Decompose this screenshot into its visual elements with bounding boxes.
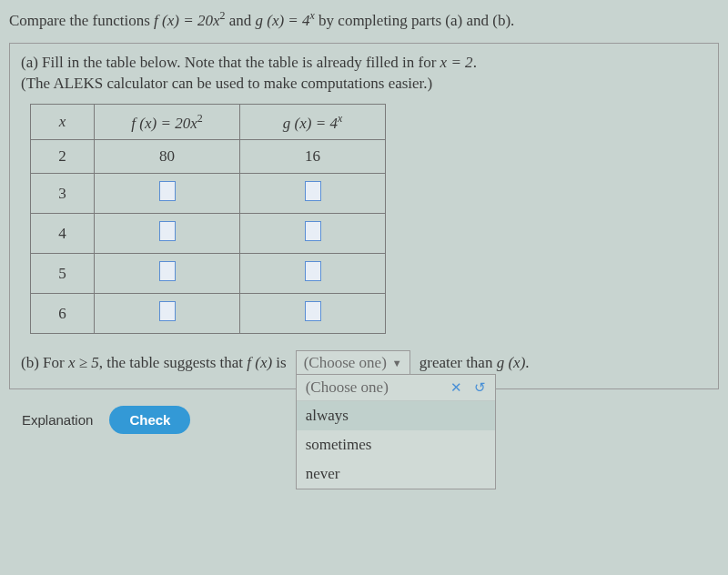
input-g-4[interactable] — [305, 221, 321, 241]
dropdown-option-sometimes[interactable]: sometimes — [297, 430, 495, 459]
dropdown-header-label: (Choose one) — [306, 378, 389, 397]
check-button[interactable]: Check — [109, 406, 190, 434]
part-b-mid2: is — [272, 354, 287, 371]
g-exponent: x — [310, 9, 315, 22]
dropdown-toggle[interactable]: (Choose one) ▼ — [296, 350, 410, 376]
close-icon[interactable]: ✕ — [450, 380, 462, 395]
table-header-x: x — [59, 113, 66, 130]
part-b-trailing: greater than g (x). — [420, 354, 530, 372]
explanation-button[interactable]: Explanation — [22, 412, 93, 428]
input-f-4[interactable] — [159, 221, 176, 241]
chevron-down-icon: ▼ — [392, 358, 402, 368]
part-a-xeq: x = 2 — [440, 54, 473, 71]
table-row: 5 — [31, 254, 386, 294]
problem-container: (a) Fill in the table below. Note that t… — [9, 43, 719, 390]
dropdown-selected: (Choose one) — [304, 354, 387, 372]
f-expression: f (x) = 20x — [154, 12, 219, 29]
reset-icon[interactable]: ↺ — [474, 380, 486, 395]
table-header-g-sup: x — [338, 112, 342, 125]
table-row: 2 80 16 — [31, 140, 386, 174]
part-a-instructions: (a) Fill in the table below. Note that t… — [21, 53, 707, 95]
g-expression: g (x) = 4 — [255, 12, 309, 29]
table-row: 6 — [31, 294, 386, 334]
dropdown-header: (Choose one) ✕ ↺ — [297, 375, 495, 401]
input-g-6[interactable] — [305, 301, 321, 321]
part-b-text: (b) For x ≥ 5, the table suggests that f… — [21, 354, 287, 372]
dropdown-option-always[interactable]: always — [297, 401, 495, 430]
trailing-gx: g (x) — [497, 354, 526, 371]
table-row: 3 — [31, 174, 386, 214]
dropdown-container: (Choose one) ▼ (Choose one) ✕ ↺ always s… — [296, 350, 410, 376]
table-header-f-sup: 2 — [197, 112, 203, 125]
table-header-f: f (x) = 20x — [131, 114, 197, 131]
cell-x: 4 — [31, 214, 95, 254]
question-prompt: Compare the functions f (x) = 20x2 and g… — [4, 7, 724, 43]
part-a-line2: (The ALEKS calculator can be used to mak… — [21, 75, 432, 92]
table-row: 4 — [31, 214, 386, 254]
cell-g: 16 — [240, 140, 386, 174]
cell-x: 6 — [31, 294, 95, 334]
question-mid: and — [229, 12, 256, 29]
trailing-suf: . — [525, 354, 529, 371]
f-exponent: 2 — [219, 9, 225, 22]
input-f-6[interactable] — [159, 301, 176, 321]
input-f-5[interactable] — [159, 261, 176, 281]
input-f-3[interactable] — [159, 181, 176, 201]
dropdown-option-never[interactable]: never — [297, 459, 495, 489]
cell-x: 2 — [31, 140, 95, 174]
table-header-g: g (x) = 4 — [283, 114, 338, 131]
part-b-fx: f (x) — [247, 354, 272, 371]
cell-f: 80 — [95, 140, 240, 174]
question-suffix: by completing parts (a) and (b). — [318, 12, 514, 29]
cell-x: 5 — [31, 254, 95, 294]
part-b-cond: x ≥ 5 — [68, 354, 99, 371]
dropdown-panel: (Choose one) ✕ ↺ always sometimes never — [296, 374, 496, 489]
part-b-mid1: , the table suggests that — [99, 354, 247, 371]
input-g-3[interactable] — [305, 181, 321, 201]
part-b-row: (b) For x ≥ 5, the table suggests that f… — [21, 350, 707, 376]
part-a-line1-suffix: . — [473, 54, 477, 71]
trailing-pre: greater than — [420, 354, 497, 371]
input-g-5[interactable] — [305, 261, 321, 281]
cell-x: 3 — [31, 174, 95, 214]
function-table: x f (x) = 20x2 g (x) = 4x 2 80 16 3 4 5 … — [30, 104, 386, 335]
question-prefix: Compare the functions — [9, 12, 154, 29]
part-a-line1-prefix: (a) Fill in the table below. Note that t… — [21, 54, 440, 71]
part-b-prefix: (b) For — [21, 354, 68, 371]
